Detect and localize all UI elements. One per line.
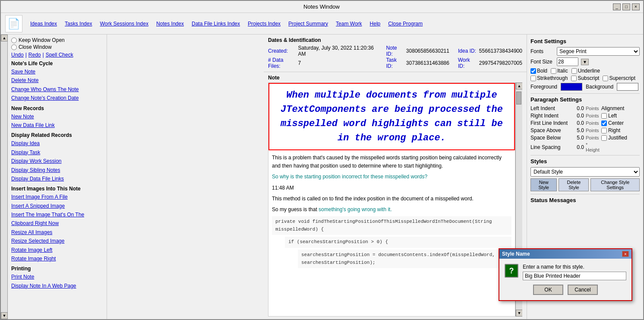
first-line-unit: Points — [586, 120, 600, 126]
left-panel: Keep Window Open Close Window Undo | Red… — [8, 35, 107, 319]
dialog-question-icon: ? — [505, 264, 518, 278]
superscript-checkbox[interactable] — [603, 76, 608, 81]
change-style-settings-button[interactable]: Change Style Settings — [590, 178, 640, 191]
space-above-value: 5.0 — [571, 127, 584, 133]
paragraph-settings: Left Indent 0.0 Points Alignment Right I… — [530, 105, 640, 152]
link-rotate-image-right[interactable]: Rotate Image Right — [11, 254, 103, 263]
menu-data-file-links-index[interactable]: Data File Links Index — [192, 21, 240, 27]
link-display-task[interactable]: Display Task — [11, 148, 103, 157]
undo-link[interactable]: Undo — [11, 52, 24, 58]
font-select[interactable]: Segoe Print — [557, 47, 640, 56]
link-resize-selected-image[interactable]: Resize Selected Image — [11, 237, 103, 245]
align-right-checkbox[interactable] — [601, 128, 607, 133]
spell-check-link[interactable]: Spell Check — [46, 52, 73, 58]
align-justified-label: Justified — [608, 135, 627, 141]
note-time: 11:48 AM — [272, 184, 511, 192]
underline-checkbox[interactable] — [571, 68, 577, 74]
link-print-note[interactable]: Print Note — [11, 272, 103, 281]
maximize-button[interactable]: □ — [622, 3, 630, 10]
align-center-checkbox[interactable] — [601, 120, 607, 126]
section-display-related: Display Related Records — [11, 132, 103, 138]
left-scroll-up[interactable]: ▲ — [1, 35, 8, 41]
link-display-idea[interactable]: Display Idea — [11, 139, 103, 148]
note-para1: This is a problem that's caused by the m… — [272, 154, 511, 170]
window-title: Notes Window — [30, 3, 613, 10]
close-button[interactable]: × — [632, 3, 640, 10]
menu-help[interactable]: Help — [370, 21, 381, 27]
link-new-note[interactable]: New Note — [11, 112, 103, 121]
link-insert-clipboard-image[interactable]: Insert The Image That's On The Clipboard… — [11, 210, 103, 228]
menu-ideas-index[interactable]: Ideas Index — [30, 21, 57, 27]
note-code3: searchesStartingPosition = documentsCont… — [298, 250, 511, 268]
dialog-title-bar: Style Name × — [499, 249, 631, 259]
menu-projects-index[interactable]: Projects Index — [248, 21, 281, 27]
task-id-label: Task ID: — [386, 57, 406, 69]
link-delete-note[interactable]: Delete Note — [11, 76, 103, 85]
font-size-input[interactable] — [557, 57, 578, 66]
dates-table: Created: Saturday, July 30, 2022 11:20:3… — [268, 45, 522, 69]
left-indent-unit: Points — [586, 106, 600, 111]
space-below-label: Space Below — [530, 135, 569, 141]
para-row-left-indent: Left Indent 0.0 Points Alignment — [530, 105, 640, 111]
menu-work-sessions-index[interactable]: Work Sessions Index — [100, 21, 148, 27]
strikethrough-checkbox[interactable] — [530, 76, 536, 81]
task-id-value: 307386131463886 — [406, 57, 458, 69]
link-display-web[interactable]: Display Note In A Web Page — [11, 282, 103, 290]
link-insert-snipped-image[interactable]: Insert A Snipped Image — [11, 202, 103, 210]
align-left-check: Left — [601, 113, 617, 119]
style-select[interactable]: Default Style — [530, 167, 640, 177]
align-left-checkbox[interactable] — [601, 113, 607, 119]
idea-id-value: 556613738434900 — [479, 45, 522, 57]
dialog-body: ? Enter a name for this style. OK Cancel — [499, 259, 631, 300]
superscript-checkbox-item: Superscript — [603, 75, 635, 81]
first-line-value: 0.0 — [571, 120, 584, 126]
align-justified-checkbox[interactable] — [601, 135, 607, 141]
left-scroll-wrapper: ▲ ▼ Keep Window Open Close Window Undo |… — [1, 35, 264, 319]
link-display-work-session[interactable]: Display Work Session — [11, 157, 103, 165]
dialog-close-button[interactable]: × — [622, 251, 629, 257]
note-scroll-down-btn[interactable]: ▼ — [516, 310, 522, 317]
delete-style-button[interactable]: Delete Style — [559, 178, 589, 191]
style-buttons-row: New Style Delete Style Change Style Sett… — [530, 178, 640, 191]
dialog-cancel-button[interactable]: Cancel — [568, 285, 598, 295]
background-color-swatch[interactable] — [617, 83, 638, 91]
note-para4-teal: something's going wrong with it. — [319, 206, 392, 212]
keep-open-radio[interactable] — [11, 38, 17, 43]
link-display-data-file-links[interactable]: Display Data File Links — [11, 174, 103, 183]
dialog-buttons: OK Cancel — [505, 285, 626, 295]
menu-project-summary[interactable]: Project Summary — [288, 21, 328, 27]
link-display-sibling-notes[interactable]: Display Sibling Notes — [11, 166, 103, 174]
minimize-button[interactable]: _ — [613, 3, 621, 10]
new-style-button[interactable]: New Style — [530, 178, 557, 191]
link-change-creation-date[interactable]: Change Note's Creation Date — [11, 94, 103, 102]
style-name-input[interactable] — [523, 272, 626, 280]
link-save-note[interactable]: Save Note — [11, 67, 103, 76]
redo-link[interactable]: Redo — [28, 52, 41, 58]
font-size-dropdown-icon[interactable]: ▼ — [581, 59, 589, 65]
para-row-right-indent: Right Indent 0.0 Points Left — [530, 113, 640, 119]
link-rotate-image-left[interactable]: Rotate Image Left — [11, 246, 103, 254]
title-bar: Notes Window _ □ × — [1, 1, 643, 13]
left-scroll-down[interactable]: ▼ — [1, 312, 8, 319]
note-scroll-thumb[interactable] — [516, 92, 521, 105]
menu-notes-index[interactable]: Notes Index — [156, 21, 184, 27]
color-row: Foreground Background — [530, 83, 640, 91]
dialog-text-area: Enter a name for this style. — [523, 264, 626, 280]
note-para3: This method is called on to find the ind… — [272, 195, 511, 203]
menu-close-program[interactable]: Close Program — [388, 21, 423, 27]
menu-tasks-index[interactable]: Tasks Index — [65, 21, 92, 27]
bold-checkbox[interactable] — [530, 68, 536, 74]
menu-team-work[interactable]: Team Work — [336, 21, 362, 27]
link-resize-all-images[interactable]: Resize All Images — [11, 228, 103, 237]
italic-checkbox[interactable] — [551, 68, 556, 74]
note-scroll-up-btn[interactable]: ▲ — [516, 82, 522, 89]
link-change-owner[interactable]: Change Who Owns The Note — [11, 85, 103, 94]
subscript-checkbox[interactable] — [571, 76, 577, 81]
dialog-ok-button[interactable]: OK — [533, 285, 563, 295]
link-new-data-file-link[interactable]: New Data File Link — [11, 121, 103, 130]
close-window-radio[interactable] — [11, 44, 17, 50]
note-content[interactable]: When multiple documents from multiple JT… — [268, 82, 515, 317]
link-insert-image-file[interactable]: Insert Image From A File — [11, 193, 103, 201]
foreground-color-swatch[interactable] — [561, 83, 582, 91]
italic-checkbox-item: Italic — [551, 68, 568, 74]
